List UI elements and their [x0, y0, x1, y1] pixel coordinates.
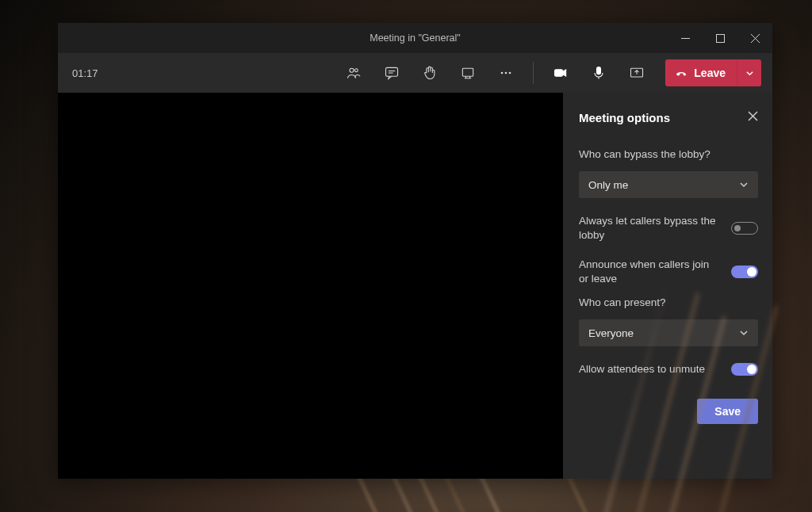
unmute-label: Allow attendees to unmute	[579, 362, 722, 376]
meeting-window: Meeting in "General" 01:17	[58, 23, 772, 479]
svg-point-12	[509, 72, 511, 75]
chevron-down-icon	[739, 328, 749, 338]
close-button[interactable]	[737, 23, 772, 53]
rooms-icon[interactable]	[452, 57, 484, 89]
chevron-down-icon	[739, 180, 749, 189]
panel-title: Meeting options	[579, 111, 748, 124]
toolbar-separator	[533, 62, 534, 84]
titlebar: Meeting in "General"	[58, 23, 772, 53]
maximize-button[interactable]	[703, 23, 737, 53]
present-value: Everyone	[588, 327, 634, 339]
more-actions-icon[interactable]	[490, 57, 522, 89]
save-button[interactable]: Save	[697, 399, 758, 424]
save-label: Save	[714, 405, 741, 418]
callers-bypass-toggle[interactable]	[731, 222, 758, 235]
unmute-toggle[interactable]	[731, 363, 758, 376]
close-panel-button[interactable]	[748, 110, 758, 124]
call-timer: 01:17	[72, 67, 98, 79]
svg-point-10	[501, 72, 504, 75]
meeting-options-panel: Meeting options Who can bypass the lobby…	[563, 93, 772, 479]
present-label: Who can present?	[579, 296, 758, 308]
window-controls	[668, 23, 772, 53]
microphone-icon[interactable]	[583, 57, 615, 89]
leave-options-button[interactable]	[737, 59, 761, 86]
svg-rect-14	[597, 67, 601, 75]
bypass-lobby-select[interactable]: Only me	[579, 171, 758, 198]
svg-rect-1	[716, 34, 724, 42]
video-canvas	[58, 93, 563, 479]
svg-rect-13	[555, 70, 563, 76]
minimize-button[interactable]	[668, 23, 703, 53]
present-select[interactable]: Everyone	[579, 319, 758, 346]
bypass-lobby-label: Who can bypass the lobby?	[579, 148, 758, 160]
announce-toggle[interactable]	[731, 266, 758, 278]
chat-icon[interactable]	[376, 57, 408, 89]
meeting-toolbar: 01:17 Leave	[58, 53, 772, 93]
content-area: Meeting options Who can bypass the lobby…	[58, 93, 772, 479]
bypass-lobby-value: Only me	[588, 179, 628, 191]
svg-point-4	[350, 68, 354, 72]
leave-label: Leave	[694, 67, 726, 79]
svg-rect-6	[386, 67, 398, 76]
leave-button[interactable]: Leave	[665, 59, 737, 86]
camera-icon[interactable]	[545, 57, 576, 89]
people-icon[interactable]	[338, 57, 370, 89]
svg-rect-9	[463, 68, 473, 76]
window-title: Meeting in "General"	[370, 32, 461, 44]
svg-point-5	[355, 69, 358, 72]
leave-button-group: Leave	[665, 59, 761, 86]
announce-label: Announce when callers join or leave	[579, 258, 722, 285]
callers-bypass-label: Always let callers bypass the lobby	[579, 214, 722, 242]
svg-point-11	[505, 72, 508, 75]
share-screen-icon[interactable]	[621, 57, 653, 89]
raise-hand-icon[interactable]	[414, 57, 446, 89]
